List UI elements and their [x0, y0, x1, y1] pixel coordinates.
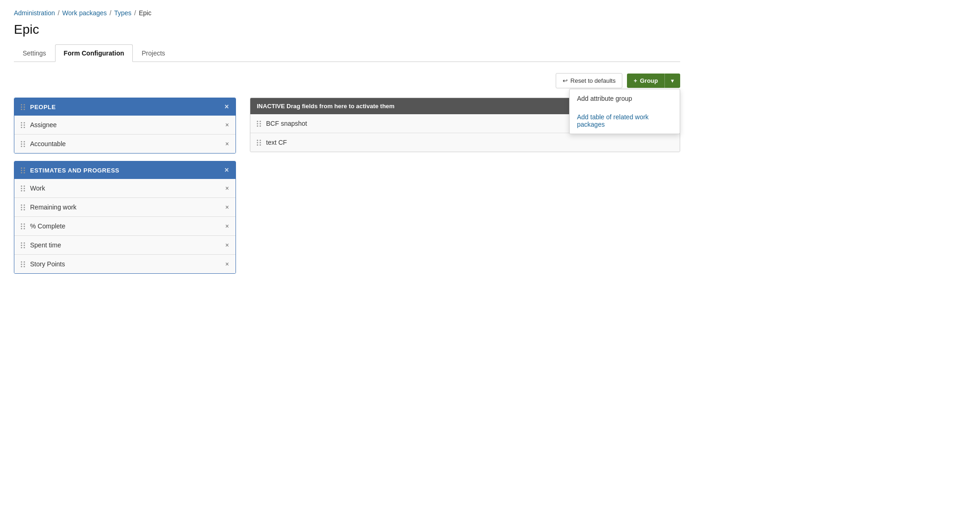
tab-projects[interactable]: Projects — [133, 44, 174, 62]
undo-icon — [563, 77, 568, 84]
breadcrumb-types[interactable]: Types — [114, 9, 131, 17]
work-label: Work — [30, 185, 221, 192]
breadcrumb-sep-3: / — [134, 9, 136, 17]
group-item-story-points: Story Points × — [14, 255, 236, 273]
left-panel: PEOPLE × Assignee × Accountable × — [14, 98, 236, 274]
remove-work-button[interactable]: × — [225, 185, 229, 192]
add-attribute-group-item[interactable]: Add attribute group — [570, 89, 680, 108]
remove-remaining-work-button[interactable]: × — [225, 203, 229, 211]
group-dropdown-menu: Add attribute group Add table of related… — [569, 89, 680, 134]
add-group-button[interactable]: Group — [627, 74, 664, 88]
close-people-button[interactable]: × — [224, 103, 229, 111]
group-people-title: PEOPLE — [30, 104, 220, 111]
accountable-label: Accountable — [30, 140, 221, 148]
group-button-label: Group — [640, 77, 658, 84]
tab-settings[interactable]: Settings — [14, 44, 55, 62]
drag-handle-text-cf[interactable] — [257, 140, 261, 146]
inactive-item-text-cf: text CF — [250, 133, 680, 152]
group-item-assignee: Assignee × — [14, 116, 236, 135]
add-table-item[interactable]: Add table of related work packages — [570, 108, 680, 134]
drag-handle-spent-time[interactable] — [21, 242, 25, 248]
drag-handle-work[interactable] — [21, 185, 25, 191]
breadcrumb-sep-1: / — [58, 9, 60, 17]
breadcrumb: Administration / Work packages / Types /… — [14, 9, 680, 17]
group-estimates-header: ESTIMATES AND PROGRESS × — [14, 161, 236, 179]
chevron-down-icon — [671, 77, 674, 84]
breadcrumb-sep-2: / — [110, 9, 112, 17]
drag-handle-percent-complete[interactable] — [21, 223, 25, 229]
toolbar: Reset to defaults Group Add attribute gr… — [14, 73, 680, 88]
group-button-wrapper: Group Add attribute group Add table of r… — [627, 74, 680, 88]
drag-handle-story-points[interactable] — [21, 261, 25, 267]
reset-defaults-button[interactable]: Reset to defaults — [556, 73, 623, 88]
page-title: Epic — [14, 22, 680, 37]
remove-percent-complete-button[interactable]: × — [225, 222, 229, 230]
reset-label: Reset to defaults — [571, 77, 616, 84]
breadcrumb-workpackages[interactable]: Work packages — [62, 9, 107, 17]
remove-accountable-button[interactable]: × — [225, 140, 229, 148]
drag-handle-accountable[interactable] — [21, 141, 25, 147]
close-estimates-button[interactable]: × — [224, 166, 229, 174]
group-dropdown-button[interactable] — [664, 74, 680, 88]
remove-story-points-button[interactable]: × — [225, 260, 229, 268]
text-cf-label: text CF — [266, 139, 673, 146]
group-item-accountable: Accountable × — [14, 135, 236, 153]
assignee-label: Assignee — [30, 121, 221, 129]
tab-form-configuration[interactable]: Form Configuration — [55, 44, 133, 62]
drag-handle-remaining-work[interactable] — [21, 204, 25, 210]
drag-handle-people[interactable] — [21, 104, 25, 110]
group-estimates: ESTIMATES AND PROGRESS × Work × Remainin… — [14, 161, 236, 274]
group-estimates-title: ESTIMATES AND PROGRESS — [30, 167, 220, 174]
remove-spent-time-button[interactable]: × — [225, 241, 229, 249]
group-item-percent-complete: % Complete × — [14, 217, 236, 236]
group-item-spent-time: Spent time × — [14, 236, 236, 255]
remaining-work-label: Remaining work — [30, 203, 221, 211]
tabs: Settings Form Configuration Projects — [14, 44, 680, 62]
remove-assignee-button[interactable]: × — [225, 121, 229, 129]
drag-handle-estimates[interactable] — [21, 167, 25, 173]
drag-handle-assignee[interactable] — [21, 122, 25, 128]
group-people: PEOPLE × Assignee × Accountable × — [14, 98, 236, 154]
spent-time-label: Spent time — [30, 241, 221, 249]
group-item-remaining-work: Remaining work × — [14, 198, 236, 217]
percent-complete-label: % Complete — [30, 222, 221, 230]
group-people-header: PEOPLE × — [14, 98, 236, 116]
plus-icon — [633, 77, 637, 84]
story-points-label: Story Points — [30, 260, 221, 268]
group-item-work: Work × — [14, 179, 236, 198]
breadcrumb-current: Epic — [139, 9, 151, 17]
drag-handle-bcf[interactable] — [257, 121, 261, 127]
breadcrumb-admin[interactable]: Administration — [14, 9, 55, 17]
